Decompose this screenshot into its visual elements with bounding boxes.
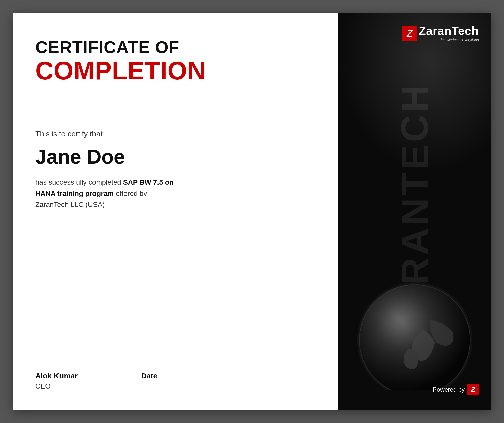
signatory-name: Alok Kumar <box>35 372 91 380</box>
recipient-name: Jane Doe <box>35 146 316 168</box>
certify-intro-text: This is to certify that <box>35 130 316 138</box>
date-line <box>141 367 197 367</box>
logo-z-badge: Z <box>402 26 417 41</box>
certificate-body: This is to certify that Jane Doe has suc… <box>35 130 316 346</box>
logo-z-prefix: Z <box>419 24 426 38</box>
logo-tech: Tech <box>452 24 479 38</box>
logo-box: Z ZaranTech knowledge is Everything <box>402 25 479 42</box>
powered-z-badge: Z <box>467 384 479 395</box>
signatory-title: CEO <box>35 382 91 390</box>
signature-line <box>35 367 91 367</box>
date-block: Date <box>141 367 197 380</box>
left-panel: CERTIFICATE OF COMPLETION This is to cer… <box>13 13 338 410</box>
certificate-footer: Alok Kumar CEO Date <box>35 346 316 390</box>
logo-text: ZaranTech knowledge is Everything <box>419 25 479 42</box>
logo-area: Z ZaranTech knowledge is Everything <box>402 25 479 42</box>
right-panel: ZARANTECH Z ZaranTech knowledge is Every… <box>338 13 491 410</box>
logo-name: ZaranTech <box>419 25 479 37</box>
globe-visual <box>349 259 480 390</box>
powered-by-section: Powered by Z <box>433 384 479 395</box>
certificate-container: CERTIFICATE OF COMPLETION This is to cer… <box>13 13 491 410</box>
logo-aran: aran <box>426 24 452 38</box>
date-label: Date <box>141 372 197 380</box>
cert-title-line2: COMPLETION <box>35 57 316 84</box>
powered-by-text: Powered by <box>433 386 465 393</box>
logo-tagline: knowledge is Everything <box>419 38 479 42</box>
course-prefix: has successfully completed <box>35 178 123 186</box>
cert-title-line1: CERTIFICATE OF <box>35 38 316 57</box>
certificate-header: CERTIFICATE OF COMPLETION <box>35 38 316 84</box>
signature-block: Alok Kumar CEO <box>35 367 91 390</box>
course-description: has successfully completed SAP BW 7.5 on… <box>35 177 176 210</box>
